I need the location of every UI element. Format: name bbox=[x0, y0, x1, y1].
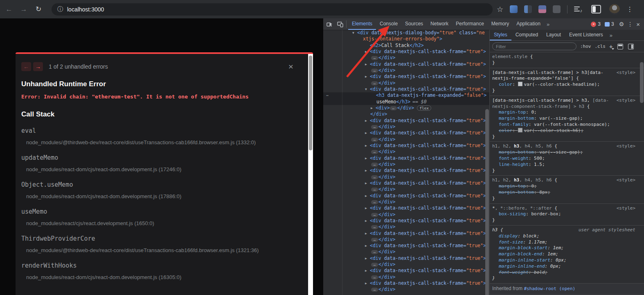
tree-row-h3-selected[interactable]: ⋯<h3 data-nextjs-frame-expanded="false"> bbox=[323, 92, 489, 98]
color-swatch[interactable] bbox=[518, 82, 522, 86]
tab-elements[interactable]: Elements bbox=[348, 18, 376, 30]
extension-icon-4[interactable] bbox=[553, 5, 561, 13]
tree-row-h2[interactable]: <h2>Call Stack</h2> bbox=[323, 42, 489, 49]
more-tabs-icon[interactable]: » bbox=[544, 21, 552, 27]
rule-universal-box-sizing[interactable]: <style> *, *::before, *::after { box-siz… bbox=[490, 204, 644, 226]
expand-arrow-icon[interactable]: ▶ bbox=[365, 180, 370, 186]
extension-icon-2[interactable] bbox=[524, 5, 532, 13]
tree-row-dialog-body-wrap[interactable]: xtjs-container-errors-body"> bbox=[323, 36, 489, 42]
inspect-element-icon[interactable] bbox=[325, 20, 334, 29]
rule-element-style[interactable]: element.style { } bbox=[490, 52, 644, 68]
style-origin-link[interactable]: <style> bbox=[617, 70, 635, 76]
new-style-rule-button[interactable]: + bbox=[609, 43, 612, 50]
expand-arrow-icon[interactable]: ▶ bbox=[365, 74, 370, 80]
inline-expand-button[interactable]: … bbox=[371, 250, 378, 254]
tree-row-call-stack-frame[interactable]: ▶<div data-nextjs-call-stack-frame="true… bbox=[323, 143, 489, 149]
dialog-close-icon[interactable]: × bbox=[288, 63, 293, 71]
tab-memory[interactable]: Memory bbox=[488, 18, 513, 30]
inline-expand-button[interactable]: … bbox=[371, 200, 378, 204]
css-declaration[interactable]: line-height: 1.5; bbox=[492, 162, 636, 168]
error-badge-icon[interactable]: × bbox=[591, 22, 596, 27]
tree-row-call-stack-frame[interactable]: ▶<div data-nextjs-call-stack-frame="true… bbox=[323, 280, 489, 286]
tree-row-collapsed-content[interactable]: …</div> bbox=[323, 249, 489, 255]
more-sidebar-tabs-icon[interactable]: » bbox=[607, 32, 615, 38]
computed-sidebar-toggle-icon[interactable] bbox=[628, 44, 634, 49]
expand-arrow-icon[interactable]: ▶ bbox=[365, 193, 370, 199]
inline-expand-button[interactable]: … bbox=[371, 225, 378, 229]
tab-layout[interactable]: Layout bbox=[542, 30, 565, 40]
style-origin-link[interactable]: <style> bbox=[617, 143, 635, 150]
toggle-class-button[interactable]: .cls bbox=[595, 44, 606, 49]
profile-avatar[interactable] bbox=[609, 4, 620, 15]
site-info-icon[interactable]: ⓘ bbox=[56, 6, 64, 13]
expand-arrow-icon[interactable]: ▶ bbox=[365, 205, 370, 211]
tree-row-collapsed-content[interactable]: …</div> bbox=[323, 55, 489, 61]
tree-row-call-stack-frame[interactable]: ▶<div data-nextjs-call-stack-frame="true… bbox=[323, 118, 489, 124]
inline-expand-button[interactable]: … bbox=[371, 188, 378, 192]
styles-scrollbar-thumb[interactable] bbox=[640, 62, 644, 103]
tree-row-collapsed-content[interactable]: …</div> bbox=[323, 199, 489, 205]
tree-row-collapsed-content[interactable]: …</div> bbox=[323, 286, 489, 293]
inline-expand-button[interactable]: … bbox=[371, 213, 378, 217]
settings-gear-icon[interactable]: ⚙ bbox=[619, 21, 624, 27]
dialog-scrollbar[interactable] bbox=[308, 54, 313, 295]
color-swatch[interactable] bbox=[518, 128, 522, 132]
tree-row-collapsed-content[interactable]: …</div> bbox=[323, 274, 489, 280]
side-panel-icon[interactable] bbox=[591, 5, 601, 13]
tab-styles[interactable]: Styles bbox=[490, 30, 511, 40]
tree-row-call-stack-frame[interactable]: ▶<div data-nextjs-call-stack-frame="true… bbox=[323, 268, 489, 274]
tree-row-call-stack-frame[interactable]: ▶<div data-nextjs-call-stack-frame="true… bbox=[323, 255, 489, 261]
tree-row-call-stack-frame[interactable]: ▶<div data-nextjs-call-stack-frame="true… bbox=[323, 180, 489, 186]
url-text[interactable]: localhost:3000 bbox=[67, 6, 104, 13]
tree-row-collapsed-content[interactable]: …</div> bbox=[323, 212, 489, 218]
tree-row-collapsed-content[interactable]: …</div> bbox=[323, 224, 489, 230]
expand-arrow-icon[interactable]: ▶ bbox=[365, 243, 370, 249]
shadow-root-link[interactable]: #shadow-root (open) bbox=[524, 286, 575, 291]
expand-arrow-icon[interactable]: ▶ bbox=[365, 130, 370, 136]
inline-expand-button[interactable]: … bbox=[371, 175, 378, 179]
css-declaration[interactable]: font-family: var(--font-stack-monospace)… bbox=[492, 122, 636, 128]
reload-button[interactable]: ↻ bbox=[33, 4, 44, 15]
style-origin-link[interactable]: <style> bbox=[617, 98, 635, 104]
inline-expand-button[interactable]: … bbox=[371, 150, 378, 154]
css-declaration-overridden[interactable]: margin-top: 0; bbox=[492, 183, 636, 190]
tree-row-expanded-frame[interactable]: ▼<div data-nextjs-call-stack-frame="true… bbox=[323, 86, 489, 92]
tree-row-collapsed-content[interactable]: …</div> bbox=[323, 261, 489, 268]
tab-network[interactable]: Network bbox=[427, 18, 452, 30]
tree-row-collapsed-content[interactable]: …</div> bbox=[323, 80, 489, 86]
forward-button[interactable]: → bbox=[18, 4, 29, 15]
tree-row-call-stack-frame[interactable]: ▶<div data-nextjs-call-stack-frame="true… bbox=[323, 205, 489, 211]
tab-performance[interactable]: Performance bbox=[452, 18, 488, 30]
tree-row-call-stack-frame[interactable]: ▶<div data-nextjs-call-stack-frame="true… bbox=[323, 155, 489, 161]
browser-menu-icon[interactable]: ⋮ bbox=[626, 5, 633, 13]
collapse-arrow-icon[interactable]: ▼ bbox=[352, 30, 357, 36]
rule-h3-user-agent[interactable]: user agent stylesheet h3 { display: bloc… bbox=[490, 226, 644, 284]
css-declaration-overridden[interactable]: font-weight: bold; bbox=[492, 270, 636, 276]
rendering-emulation-icon[interactable] bbox=[617, 44, 623, 49]
devtools-close-icon[interactable]: × bbox=[636, 21, 640, 28]
tree-row-call-stack-frame[interactable]: ▶<div data-nextjs-call-stack-frame="true… bbox=[323, 49, 489, 55]
style-origin-link[interactable]: <style> bbox=[617, 177, 635, 183]
style-origin-link[interactable]: <style> bbox=[617, 206, 635, 212]
extension-icon-3[interactable] bbox=[538, 5, 546, 13]
elements-scrollbar-thumb[interactable] bbox=[485, 109, 489, 295]
expand-arrow-icon[interactable]: ▶ bbox=[365, 255, 370, 261]
expand-arrow-icon[interactable]: ▶ bbox=[371, 105, 376, 111]
tab-application[interactable]: Application bbox=[513, 18, 544, 30]
tree-row-call-stack-frame[interactable]: ▶<div data-nextjs-call-stack-frame="true… bbox=[323, 61, 489, 67]
css-declaration-overridden[interactable]: color: var(--color-stack-h6); bbox=[492, 128, 636, 134]
css-declaration[interactable]: box-sizing: border-box; bbox=[492, 211, 636, 217]
extension-icon-1[interactable] bbox=[510, 5, 518, 13]
css-declaration[interactable]: color: var(--color-stack-headline); bbox=[492, 82, 636, 88]
expand-arrow-icon[interactable]: ▶ bbox=[365, 118, 370, 124]
inline-expand-button[interactable]: … bbox=[371, 238, 378, 242]
tree-row-call-stack-frame[interactable]: ▶<div data-nextjs-call-stack-frame="true… bbox=[323, 218, 489, 224]
bookmark-star-icon[interactable]: ☆ bbox=[497, 5, 503, 14]
tree-row-collapsed-content[interactable]: …</div> bbox=[323, 136, 489, 143]
error-count[interactable]: 3 bbox=[598, 21, 601, 27]
previous-error-button[interactable]: ← bbox=[21, 62, 31, 71]
expand-arrow-icon[interactable]: ▶ bbox=[365, 230, 370, 237]
css-declaration-overridden[interactable]: margin-bottom: var(--size-gap); bbox=[492, 150, 636, 156]
tree-row-h3-selected-wrap[interactable]: useMemo</h3>== $0 bbox=[323, 99, 489, 105]
tree-row-call-stack-frame[interactable]: ▶<div data-nextjs-call-stack-frame="true… bbox=[323, 243, 489, 249]
